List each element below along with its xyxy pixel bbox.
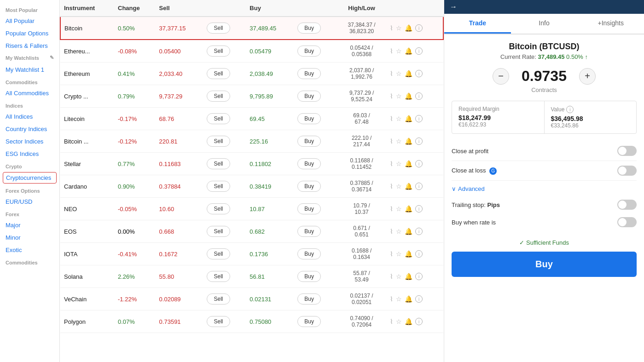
info-icon[interactable]: i xyxy=(415,205,423,213)
buy-button[interactable]: Buy xyxy=(297,46,321,57)
table-row[interactable]: EOS 0.00% 0.668 Sell 0.682 Buy 0.671 /0.… xyxy=(60,220,443,243)
star-icon[interactable]: ☆ xyxy=(396,47,402,55)
star-icon[interactable]: ☆ xyxy=(396,138,402,145)
close-at-loss-toggle[interactable] xyxy=(617,166,637,176)
sell-button[interactable]: Sell xyxy=(207,113,230,124)
panel-arrow-icon[interactable]: → xyxy=(450,3,457,11)
sell-button[interactable]: Sell xyxy=(207,91,230,102)
buy-button[interactable]: Buy xyxy=(297,68,321,79)
star-icon[interactable]: ☆ xyxy=(396,115,402,122)
sell-button[interactable]: Sell xyxy=(207,248,230,259)
plus-button[interactable]: + xyxy=(579,68,596,85)
chart-icon[interactable]: ⌇ xyxy=(390,160,393,167)
sell-button[interactable]: Sell xyxy=(207,158,230,169)
sidebar-item-cryptocurrencies[interactable]: Cryptocurrencies xyxy=(3,172,57,184)
info-icon[interactable]: i xyxy=(415,47,423,55)
buy-button[interactable]: Buy xyxy=(297,91,321,102)
buy-button[interactable]: Buy xyxy=(452,252,637,277)
chart-icon[interactable]: ⌇ xyxy=(390,228,393,235)
tab-trade[interactable]: Trade xyxy=(444,14,511,34)
sidebar-item-country-indices[interactable]: Country Indices xyxy=(0,123,59,135)
chart-icon[interactable]: ⌇ xyxy=(390,295,393,303)
buy-button[interactable]: Buy xyxy=(297,271,321,282)
bell-icon[interactable]: 🔔 xyxy=(405,250,412,258)
table-row[interactable]: IOTA -0.41% 0.1672 Sell 0.1736 Buy 0.168… xyxy=(60,243,443,265)
sell-button[interactable]: Sell xyxy=(207,23,230,34)
tab-info[interactable]: Info xyxy=(511,14,578,34)
table-row[interactable]: NEO -0.05% 10.60 Sell 10.87 Buy 10.79 /1… xyxy=(60,198,443,220)
minus-button[interactable]: − xyxy=(493,68,509,85)
close-at-profit-toggle[interactable] xyxy=(617,146,637,156)
bell-icon[interactable]: 🔔 xyxy=(405,295,412,303)
bell-icon[interactable]: 🔔 xyxy=(405,273,412,280)
star-icon[interactable]: ☆ xyxy=(396,295,402,303)
sidebar-item-major[interactable]: Major xyxy=(0,219,59,231)
buy-button[interactable]: Buy xyxy=(297,23,321,34)
sell-button[interactable]: Sell xyxy=(207,136,230,147)
buy-button[interactable]: Buy xyxy=(297,136,321,147)
table-row[interactable]: Ethereum 0.41% 2,033.40 Sell 2,038.49 Bu… xyxy=(60,63,443,85)
star-icon[interactable]: ☆ xyxy=(396,228,402,235)
chart-icon[interactable]: ⌇ xyxy=(390,138,393,145)
chart-icon[interactable]: ⌇ xyxy=(390,115,393,122)
star-icon[interactable]: ☆ xyxy=(396,183,402,190)
info-icon[interactable]: i xyxy=(415,250,423,258)
buy-button[interactable]: Buy xyxy=(297,248,321,259)
bell-icon[interactable]: 🔔 xyxy=(405,24,412,32)
sell-button[interactable]: Sell xyxy=(207,68,230,79)
chart-icon[interactable]: ⌇ xyxy=(390,70,393,77)
info-icon[interactable]: i xyxy=(415,295,423,303)
bell-icon[interactable]: 🔔 xyxy=(405,138,412,145)
star-icon[interactable]: ☆ xyxy=(396,24,402,32)
sell-button[interactable]: Sell xyxy=(207,293,230,305)
sidebar-item-all-popular[interactable]: All Popular xyxy=(0,15,59,27)
info-icon[interactable]: i xyxy=(415,228,423,235)
star-icon[interactable]: ☆ xyxy=(396,205,402,213)
advanced-header[interactable]: ∨ Advanced xyxy=(452,185,637,192)
table-row[interactable]: Cardano 0.90% 0.37884 Sell 0.38419 Buy 0… xyxy=(60,175,443,198)
chart-icon[interactable]: ⌇ xyxy=(390,205,393,213)
star-icon[interactable]: ☆ xyxy=(396,160,402,167)
trailing-stop-toggle[interactable] xyxy=(617,200,637,210)
star-icon[interactable]: ☆ xyxy=(396,70,402,77)
star-icon[interactable]: ☆ xyxy=(396,92,402,100)
bell-icon[interactable]: 🔔 xyxy=(405,47,412,55)
sell-button[interactable]: Sell xyxy=(207,226,230,237)
table-row[interactable]: Bitcoin ... -0.12% 220.81 Sell 225.16 Bu… xyxy=(60,130,443,153)
sidebar-item-minor[interactable]: Minor xyxy=(0,231,59,244)
info-icon[interactable]: i xyxy=(415,138,423,145)
bell-icon[interactable]: 🔔 xyxy=(405,228,412,235)
buy-button[interactable]: Buy xyxy=(297,181,321,192)
buy-button[interactable]: Buy xyxy=(297,293,321,305)
star-icon[interactable]: ☆ xyxy=(396,250,402,258)
bell-icon[interactable]: 🔔 xyxy=(405,160,412,167)
buy-button[interactable]: Buy xyxy=(297,203,321,214)
info-icon[interactable]: i xyxy=(415,273,423,280)
buy-button[interactable]: Buy xyxy=(297,226,321,237)
chart-icon[interactable]: ⌇ xyxy=(390,318,393,325)
buy-button[interactable]: Buy xyxy=(297,113,321,124)
sell-button[interactable]: Sell xyxy=(207,46,230,57)
star-icon[interactable]: ☆ xyxy=(396,318,402,325)
info-icon[interactable]: i xyxy=(415,160,423,167)
table-row[interactable]: Stellar 0.77% 0.11683 Sell 0.11802 Buy 0… xyxy=(60,153,443,175)
table-row[interactable]: Solana 2.26% 55.80 Sell 56.81 Buy 55.87 … xyxy=(60,265,443,288)
table-row[interactable]: Ethereu... -0.08% 0.05400 Sell 0.05479 B… xyxy=(60,40,443,63)
sell-button[interactable]: Sell xyxy=(207,203,230,214)
sell-button[interactable]: Sell xyxy=(207,316,230,327)
sidebar-item-popular-options[interactable]: Popular Options xyxy=(0,27,59,40)
info-icon[interactable]: i xyxy=(415,183,423,190)
sidebar-item-sector-indices[interactable]: Sector Indices xyxy=(0,135,59,148)
table-row[interactable]: Litecoin -0.17% 68.76 Sell 69.45 Buy 69.… xyxy=(60,108,443,130)
sidebar-item-esg-indices[interactable]: ESG Indices xyxy=(0,148,59,160)
star-icon[interactable]: ☆ xyxy=(396,273,402,280)
chart-icon[interactable]: ⌇ xyxy=(390,47,393,55)
sidebar-item-all-indices[interactable]: All Indices xyxy=(0,110,59,123)
value-info-icon[interactable]: i xyxy=(566,106,574,113)
chart-icon[interactable]: ⌇ xyxy=(390,250,393,258)
sell-button[interactable]: Sell xyxy=(207,271,230,282)
buy-when-rate-toggle[interactable] xyxy=(617,217,637,227)
bell-icon[interactable]: 🔔 xyxy=(405,70,412,77)
sell-button[interactable]: Sell xyxy=(207,181,230,192)
bell-icon[interactable]: 🔔 xyxy=(405,318,412,325)
